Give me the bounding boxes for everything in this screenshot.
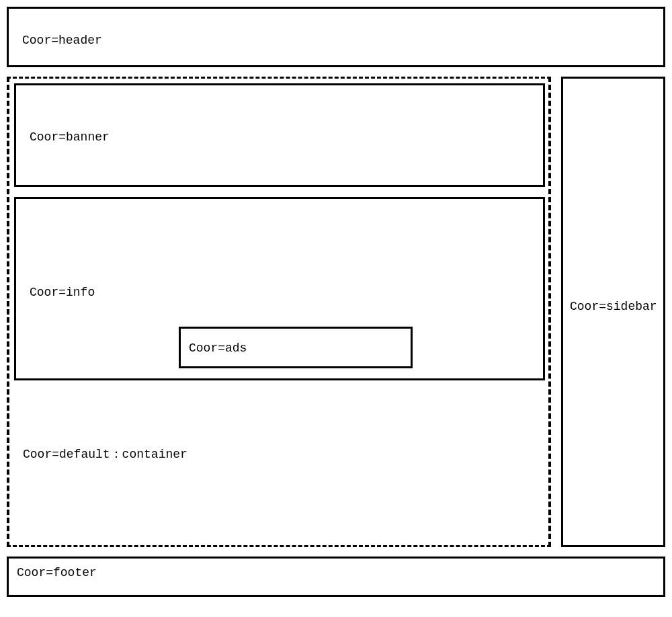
sidebar-region: Coor=sidebar: [561, 77, 665, 547]
header-label: Coor=header: [22, 34, 102, 46]
info-label: Coor=info: [30, 286, 95, 298]
footer-label: Coor=footer: [17, 567, 97, 579]
container-label: Coor=default：container: [23, 448, 187, 460]
banner-region: Coor=banner: [14, 83, 545, 187]
ads-region: Coor=ads: [179, 327, 413, 368]
sidebar-label: Coor=sidebar: [570, 300, 657, 313]
banner-label: Coor=banner: [30, 131, 110, 143]
ads-label: Coor=ads: [189, 342, 247, 354]
header-region: Coor=header: [7, 7, 665, 67]
layout-diagram: Coor=header Coor=default：container Coor=…: [0, 0, 672, 617]
footer-region: Coor=footer: [7, 557, 665, 597]
